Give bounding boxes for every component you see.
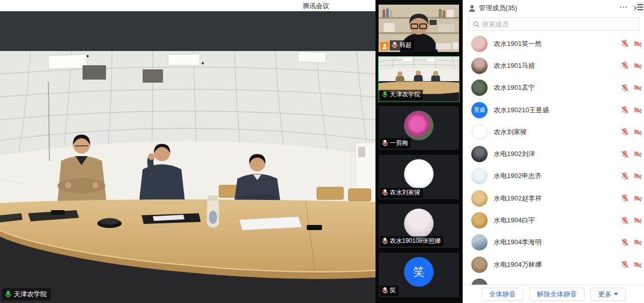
title-bar: 腾讯会议 <box>0 0 375 11</box>
avatar <box>471 146 488 162</box>
camera-muted-icon[interactable] <box>634 239 642 246</box>
avatar <box>471 279 488 285</box>
search-input[interactable] <box>482 20 635 28</box>
member-name: 水电1902刘洋 <box>494 149 535 159</box>
member-row[interactable]: 水电1902申志齐 <box>463 165 644 187</box>
panel-more-button[interactable]: ··· <box>620 4 628 11</box>
thumbnail-label: 一剪梅 <box>390 139 408 147</box>
active-speaker-name-tag: 天津农学院 <box>2 288 51 300</box>
thumbnail-liujiajun[interactable]: 农水刘家骏 <box>378 154 460 200</box>
member-name: 农水190210王昱盛 <box>494 106 549 115</box>
mic-muted-icon[interactable] <box>621 84 629 92</box>
thumbnail-hanchao[interactable]: 韩超 <box>378 4 460 53</box>
unmute-all-button[interactable]: 解除全体静音 <box>529 288 584 301</box>
member-name: 水电1902赵李祥 <box>494 194 542 203</box>
member-row[interactable]: 农水1901马婧 <box>463 55 644 77</box>
mic-muted-icon <box>382 140 388 146</box>
unmute-all-label: 解除全体静音 <box>537 290 577 299</box>
member-row[interactable]: 水电1904李海明 <box>463 232 644 254</box>
mic-muted-icon[interactable] <box>621 150 629 158</box>
avatar <box>471 168 488 184</box>
avatar <box>471 257 488 273</box>
anime-avatar <box>404 209 434 238</box>
thumbnail-label: 笑 <box>390 286 396 295</box>
mute-all-button[interactable]: 全体静音 <box>481 288 523 301</box>
edge-menu-icon[interactable] <box>636 2 644 12</box>
thumbnail-tianjin-agri[interactable]: 天津农学院 <box>378 56 460 102</box>
member-name: 农水1901马婧 <box>494 61 535 70</box>
camera-muted-icon[interactable] <box>634 195 642 202</box>
mic-muted-icon[interactable] <box>621 172 629 180</box>
member-row-partial[interactable] <box>463 275 644 285</box>
member-search-box[interactable] <box>468 17 639 31</box>
member-row[interactable]: 农水1901笑一然 <box>463 33 644 55</box>
mic-muted-icon <box>382 189 388 196</box>
mic-muted-icon <box>382 287 388 294</box>
search-icon <box>473 21 479 28</box>
panel-title: 管理成员(35) <box>479 4 517 13</box>
participant-thumbnail-strip: 韩超 天津农学院 <box>375 0 463 303</box>
mic-on-icon <box>5 291 12 298</box>
main-video-label: 天津农学院 <box>14 290 47 299</box>
member-name: 农水刘家骏 <box>494 128 527 137</box>
host-badge-icon <box>380 42 389 50</box>
camera-muted-icon[interactable] <box>634 172 642 180</box>
member-row[interactable]: 农水刘家骏 <box>463 121 644 143</box>
member-name: 水电1904万林娜 <box>494 260 542 269</box>
avatar-with-text: 昱盛 <box>471 102 488 118</box>
camera-muted-icon[interactable] <box>634 62 642 69</box>
mic-muted-icon[interactable] <box>621 239 629 246</box>
member-name: 农水1901孟宁 <box>494 83 535 92</box>
avatar <box>471 124 488 140</box>
avatar <box>471 58 488 74</box>
thumbnail-label: 农水刘家骏 <box>390 188 420 197</box>
member-row[interactable]: 昱盛 农水190210王昱盛 <box>463 99 644 121</box>
thumbnail-zhangzhaona[interactable]: 农水190108张照娜 <box>378 204 460 248</box>
camera-muted-icon[interactable] <box>634 217 642 224</box>
panel-header: 管理成员(35) ··· ✕ <box>463 0 644 16</box>
meeting-room-video <box>0 51 375 303</box>
camera-muted-icon[interactable] <box>634 129 642 136</box>
camera-muted-icon[interactable] <box>634 107 642 114</box>
panel-footer: 全体静音 解除全体静音 更多 <box>463 285 644 303</box>
member-row[interactable]: 农水1901孟宁 <box>463 77 644 99</box>
members-icon <box>468 5 476 12</box>
thumbnail-yijianmei[interactable]: 一剪梅 <box>378 106 460 150</box>
mic-muted-icon[interactable] <box>621 217 629 224</box>
flower-avatar <box>404 111 434 140</box>
main-video-stage <box>0 51 375 303</box>
mic-muted-icon[interactable] <box>621 106 629 114</box>
member-list[interactable]: 农水1901笑一然 农水1901马婧 农水1901孟宁 <box>463 33 644 285</box>
member-row[interactable]: 水电1902赵李祥 <box>463 187 644 209</box>
mic-muted-icon[interactable] <box>621 128 629 136</box>
thumbnail-label: 农水190108张照娜 <box>390 237 441 245</box>
thumbnail-xiao[interactable]: 笑 笑 <box>378 252 460 298</box>
mic-muted-icon[interactable] <box>621 40 629 47</box>
camera-muted-icon[interactable] <box>634 84 642 91</box>
member-name: 水电1904李海明 <box>494 238 542 247</box>
mic-muted-icon[interactable] <box>621 261 629 268</box>
avatar <box>471 80 488 96</box>
mic-muted-icon[interactable] <box>621 62 629 69</box>
main-video-region[interactable]: 腾讯会议 <box>0 0 375 303</box>
member-name: 农水1901笑一然 <box>494 39 542 48</box>
camera-muted-icon[interactable] <box>634 261 642 268</box>
member-row[interactable]: 水电1902刘洋 <box>463 143 644 165</box>
mute-all-label: 全体静音 <box>489 290 516 299</box>
mic-muted-icon <box>382 238 388 244</box>
member-row[interactable]: 水电1904白宇 <box>463 209 644 231</box>
mic-muted-icon[interactable] <box>621 194 629 202</box>
app-window: 腾讯会议 <box>0 0 644 303</box>
camera-muted-icon[interactable] <box>634 40 642 47</box>
avatar <box>471 212 488 229</box>
thumbnail-label: 天津农学院 <box>390 90 420 99</box>
text-avatar: 笑 <box>404 257 434 287</box>
member-row[interactable]: 水电1904万林娜 <box>463 254 644 275</box>
camera-muted-icon[interactable] <box>634 150 642 158</box>
avatar <box>471 36 488 52</box>
more-actions-label: 更多 <box>598 290 611 299</box>
member-name: 水电1904白宇 <box>494 216 535 225</box>
sketch-avatar <box>404 159 434 189</box>
more-actions-button[interactable]: 更多 <box>591 288 626 301</box>
mic-on-icon <box>382 91 388 98</box>
